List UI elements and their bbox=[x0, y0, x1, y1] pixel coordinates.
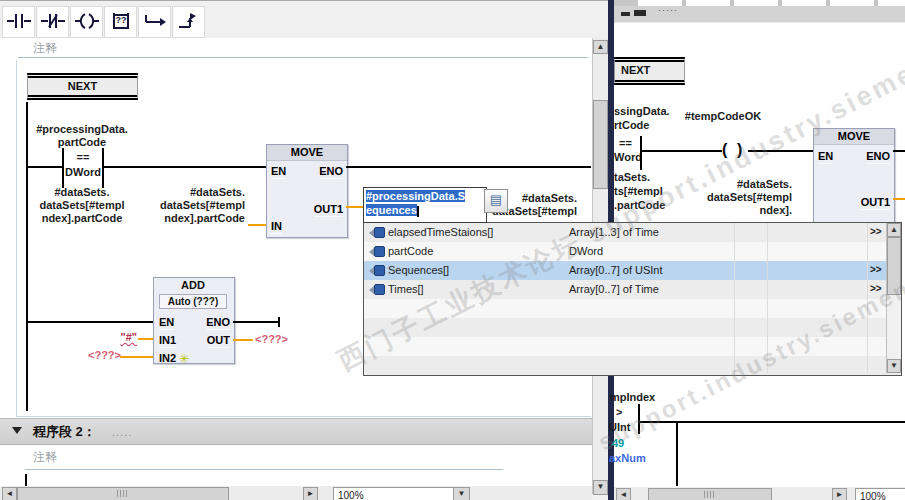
row-expand[interactable]: >> bbox=[870, 264, 882, 275]
left-hscroll-thumb[interactable] bbox=[17, 487, 229, 500]
right-move-block[interactable]: MOVE EN ENO OUT1 bbox=[813, 128, 895, 224]
left-vscroll-thumb[interactable] bbox=[593, 100, 608, 189]
move-block[interactable]: MOVE EN ENO OUT1 IN bbox=[266, 144, 348, 238]
network2-title-placeholder[interactable]: ..... bbox=[112, 426, 132, 438]
right-header-glyph bbox=[634, 10, 646, 16]
dropdown-scroll-up-arrow[interactable]: ▲ bbox=[887, 223, 901, 237]
right-compare-operator[interactable]: == bbox=[619, 137, 632, 150]
tag-icon bbox=[369, 246, 386, 257]
row-type: DWord bbox=[569, 245, 603, 257]
add-mode-box[interactable]: Auto (???) bbox=[159, 294, 227, 309]
compare-contact-operand-bottom[interactable]: #dataSets.dataSets[#templndex].partCode bbox=[20, 186, 144, 225]
add-out-operand[interactable]: <???> bbox=[255, 333, 288, 346]
right-rung-wire2 bbox=[748, 150, 813, 152]
right-hscroll-thumb[interactable] bbox=[648, 488, 772, 500]
coil-operand[interactable]: #tempCodeOK bbox=[668, 110, 778, 123]
right-compare-bottom3[interactable]: .partCode bbox=[614, 199, 665, 212]
close-branch-button[interactable] bbox=[172, 6, 205, 38]
compare-contact-operand-top[interactable]: #processingData.partCode bbox=[26, 123, 138, 149]
compare-contact-right-bar bbox=[102, 148, 104, 188]
row-type: Array[0..7] of Time bbox=[569, 283, 659, 295]
dropdown-scroll-down-arrow[interactable]: ▼ bbox=[887, 359, 901, 373]
operand-edit-field[interactable]: #processingData.S equences bbox=[363, 187, 487, 223]
right-jump-label-next[interactable]: NEXT bbox=[614, 57, 685, 85]
network2-collapse-icon[interactable] bbox=[12, 427, 22, 434]
right-zoom-select[interactable]: 100% bbox=[855, 488, 905, 500]
compare-operator[interactable]: == bbox=[64, 151, 102, 164]
row-expand[interactable]: >> bbox=[870, 283, 882, 294]
add-out-wire bbox=[233, 339, 253, 341]
left-vscroll-down-arrow[interactable]: ▼ bbox=[593, 480, 608, 495]
right-compare-top1[interactable]: ssingData. bbox=[614, 105, 670, 118]
right-compare2-datatype[interactable]: UInt bbox=[609, 421, 630, 434]
autocomplete-empty-row bbox=[364, 356, 901, 375]
coil-button[interactable] bbox=[70, 6, 103, 38]
dropdown-vscrollbar[interactable]: ▲ ▼ bbox=[886, 223, 901, 373]
dropdown-column-divider bbox=[767, 223, 768, 373]
move-block-title: MOVE bbox=[267, 145, 347, 161]
right-move-out1-wire bbox=[893, 198, 905, 200]
network2-comment-underline bbox=[25, 469, 503, 470]
compare-datatype[interactable]: DWord bbox=[64, 166, 102, 179]
left-hscroll-left-arrow[interactable]: ◄ bbox=[2, 487, 17, 500]
right-compare-bottom2[interactable]: ts[#templ bbox=[614, 185, 663, 198]
autocomplete-row-selected[interactable]: Sequences[] Array[0..7] of USInt >> bbox=[364, 261, 901, 280]
network1-comment[interactable]: 注释 bbox=[33, 40, 57, 57]
network2-comment[interactable]: 注释 bbox=[33, 449, 57, 466]
autocomplete-row[interactable]: elapsedTimeStaions[] Array[1..3] of Time… bbox=[364, 223, 901, 242]
rung2-wire bbox=[27, 321, 153, 323]
left-hscroll-right-arrow[interactable]: ► bbox=[303, 487, 318, 500]
empty-box-button[interactable]: ?? bbox=[104, 6, 137, 38]
coil-left-paren[interactable]: ( bbox=[722, 140, 727, 160]
add-input-star-icon[interactable]: ✳ bbox=[179, 352, 189, 366]
row-type: Array[0..7] of USInt bbox=[569, 264, 663, 276]
open-branch-button[interactable] bbox=[138, 6, 171, 38]
right-compare-bottom1[interactable]: taSets. bbox=[614, 171, 650, 184]
add-in1-wire bbox=[138, 338, 153, 340]
jump-label-next[interactable]: NEXT bbox=[27, 73, 138, 100]
hscroll-grip bbox=[117, 490, 129, 497]
comment-underline bbox=[18, 57, 588, 58]
add-eno-wire bbox=[233, 321, 279, 323]
right-rung-wire bbox=[642, 150, 722, 152]
no-contact-icon bbox=[7, 12, 31, 32]
autocomplete-empty-row bbox=[364, 337, 901, 356]
right-compare2-operator[interactable]: > bbox=[616, 406, 622, 419]
network1-bottom-border bbox=[16, 416, 591, 417]
right-compare2-operand[interactable]: mpIndex bbox=[610, 391, 655, 404]
move-eno-wire bbox=[346, 166, 591, 168]
move-out1-pin: OUT1 bbox=[314, 204, 343, 217]
right-rung2-wire bbox=[640, 421, 905, 423]
right-compare2-tag[interactable]: axNum bbox=[609, 452, 646, 465]
left-zoom-select[interactable]: 100% bbox=[333, 487, 457, 500]
coil-right-paren[interactable]: ) bbox=[737, 140, 742, 160]
right-compare-top2[interactable]: rtCode bbox=[614, 119, 649, 132]
network2-title[interactable]: 程序段 2： bbox=[33, 423, 96, 441]
right-hscroll-right-arrow[interactable]: ► bbox=[832, 488, 847, 500]
tag-icon bbox=[369, 265, 386, 276]
edit-field-line2: equences bbox=[366, 204, 417, 216]
right-compare-datatype[interactable]: Word bbox=[614, 151, 642, 164]
autocomplete-row[interactable]: Times[] Array[0..7] of Time >> bbox=[364, 280, 901, 299]
operand-browse-button[interactable]: ▤ bbox=[484, 189, 508, 213]
right-hscroll-left-arrow[interactable]: ◄ bbox=[616, 488, 631, 500]
move-in-wire bbox=[248, 224, 266, 226]
add-out-pin: OUT bbox=[207, 335, 230, 348]
add-in2-pin: IN2 bbox=[159, 353, 176, 366]
autocomplete-row[interactable]: partCode DWord bbox=[364, 242, 901, 261]
add-in2-operand[interactable]: <???> bbox=[88, 349, 121, 362]
left-vscroll-up-arrow[interactable]: ▲ bbox=[593, 40, 608, 54]
right-move-in-operand[interactable]: #dataSets.dataSets[#templndex]. bbox=[700, 178, 792, 217]
add-block[interactable]: ADD Auto (???) EN ENO IN1 OUT IN2 ✳ bbox=[153, 277, 235, 364]
left-zoom-dropdown-arrow[interactable]: ▼ bbox=[453, 487, 470, 500]
row-expand[interactable]: >> bbox=[870, 226, 882, 237]
dropdown-scroll-thumb[interactable] bbox=[887, 237, 901, 295]
no-contact-button[interactable] bbox=[2, 6, 35, 38]
add-in1-operand[interactable]: "#" bbox=[105, 331, 137, 344]
right-branch-vwire bbox=[676, 423, 678, 486]
move-in-operand[interactable]: #dataSets.dataSets[#templndex].partCode bbox=[143, 186, 245, 225]
right-compare2-bar bbox=[638, 404, 640, 434]
tia-portal-ladder-editor: ?? 注释 NEXT #processingData.partCode == D… bbox=[0, 0, 905, 500]
nc-contact-button[interactable] bbox=[36, 6, 69, 38]
move-en-pin: EN bbox=[271, 166, 286, 179]
